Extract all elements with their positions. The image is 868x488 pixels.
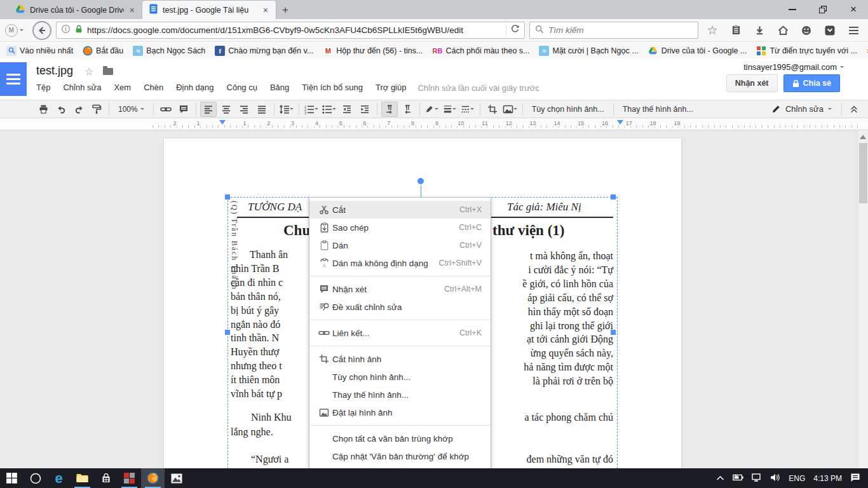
scrollbar-thumb[interactable] — [859, 143, 867, 203]
resize-handle[interactable] — [225, 330, 230, 335]
replace-image-button[interactable]: Thay thế hình ảnh... — [617, 105, 699, 114]
menu-item-paste-without-formatting[interactable]: A Dán mà không định dạng Ctrl+Shift+V — [309, 254, 491, 272]
speaker-icon[interactable] — [770, 473, 780, 484]
crop-image-button[interactable] — [484, 102, 501, 117]
menu-tep[interactable]: Tệp — [30, 79, 57, 96]
restore-icon[interactable] — [816, 4, 830, 15]
tab-test-jpg[interactable]: test.jpg - Google Tài liệu × — [142, 1, 276, 19]
new-tab-button[interactable]: + — [276, 4, 295, 18]
tray-chevron-up-icon[interactable] — [716, 474, 724, 483]
document-title[interactable]: test.jpg — [36, 64, 73, 78]
resize-handle[interactable] — [611, 330, 616, 335]
zoom-control[interactable]: 100% — [113, 102, 149, 117]
bookmark-item[interactable]: fChào mừng bạn đến v... — [215, 46, 313, 56]
firefox-button[interactable] — [141, 468, 165, 488]
redo-button[interactable] — [71, 102, 87, 117]
battery-icon[interactable] — [733, 474, 743, 483]
image-options-button[interactable]: Tùy chọn hình ảnh... — [526, 105, 610, 114]
menu-tro-giup[interactable]: Trợ giúp — [369, 79, 413, 96]
justify-button[interactable] — [254, 102, 270, 117]
line-dash-button[interactable] — [459, 102, 476, 117]
undo-button[interactable] — [53, 102, 69, 117]
line-color-button[interactable] — [424, 102, 440, 117]
resize-handle[interactable] — [611, 194, 616, 200]
pinned-app-button[interactable] — [118, 468, 141, 488]
mode-selector[interactable]: Chỉnh sửa — [765, 104, 838, 114]
lock-icon[interactable] — [74, 24, 83, 36]
bulleted-list-button[interactable] — [321, 102, 337, 117]
bookmark-item[interactable]: MHộp thư đến (56) - tins... — [323, 46, 423, 56]
bookmark-item[interactable]: RBCách phối màu theo s... — [432, 46, 529, 56]
file-explorer-button[interactable] — [71, 468, 94, 488]
action-center-icon[interactable] — [850, 473, 860, 484]
rtl-direction-button[interactable] — [399, 102, 416, 117]
align-center-button[interactable] — [218, 102, 234, 117]
close-icon[interactable]: × — [846, 4, 860, 15]
bookmark-item[interactable]: ≈Mặt cười | Bạch Ngọc ... — [539, 46, 638, 56]
menu-item-reset-image[interactable]: Đặt lại hình ảnh — [309, 403, 491, 421]
resize-handle[interactable] — [225, 194, 230, 200]
pocket-button[interactable] — [820, 22, 839, 39]
left-indent-marker[interactable] — [219, 120, 226, 128]
ltr-direction-button[interactable] — [381, 102, 398, 117]
right-indent-marker[interactable] — [617, 120, 623, 128]
star-icon[interactable]: ☆ — [85, 65, 93, 78]
cortana-button[interactable] — [24, 468, 47, 488]
home-button[interactable] — [773, 22, 792, 39]
minimize-icon[interactable] — [785, 4, 799, 15]
reload-icon[interactable] — [510, 24, 520, 36]
menu-bang[interactable]: Bảng — [264, 79, 295, 96]
menu-item-cut[interactable]: Cắt Ctrl+X — [309, 201, 491, 219]
folder-icon[interactable] — [103, 68, 113, 75]
menu-item-comment[interactable]: Nhận xét Ctrl+Alt+M — [309, 280, 491, 298]
back-button[interactable] — [32, 21, 51, 40]
scroll-up-arrow-icon[interactable] — [860, 132, 866, 139]
language-indicator[interactable]: ENG — [789, 474, 805, 483]
bookmark-item[interactable]: Vào nhiều nhất — [6, 46, 73, 56]
line-weight-button[interactable] — [442, 102, 458, 117]
url-text[interactable]: https://docs.google.com/document/d/151xm… — [87, 25, 502, 35]
info-icon[interactable] — [61, 24, 71, 36]
edge-button[interactable]: e — [47, 468, 71, 488]
mask-image-button[interactable] — [502, 102, 519, 117]
clock[interactable]: 4:13 PM — [813, 474, 842, 483]
start-button[interactable] — [0, 468, 24, 488]
menu-item-link[interactable]: Liên kết... Ctrl+K — [309, 324, 491, 342]
bookmark-item[interactable]: Bắt đầu — [83, 46, 123, 56]
menu-chinh-sua[interactable]: Chỉnh sửa — [57, 79, 107, 96]
menu-item-replace-image[interactable]: Thay thế hình ảnh... — [309, 386, 491, 403]
menu-item-copy[interactable]: Sao chép Ctrl+C — [309, 219, 491, 236]
insert-comment-button[interactable] — [175, 102, 192, 117]
menu-item-image-options[interactable]: Tùy chọn hình ảnh... — [309, 368, 491, 386]
align-right-button[interactable] — [236, 102, 252, 117]
vertical-scrollbar[interactable] — [857, 130, 868, 468]
menu-tien-ich[interactable]: Tiện ích bổ sung — [295, 79, 369, 96]
menu-chen[interactable]: Chèn — [137, 79, 170, 96]
paint-format-button[interactable] — [88, 102, 105, 117]
menu-item-suggest-edits[interactable]: Đề xuất chỉnh sửa — [309, 298, 491, 316]
menu-xem[interactable]: Xem — [107, 79, 137, 96]
emoji-extension-button[interactable] — [797, 22, 816, 39]
address-bar[interactable]: https://docs.google.com/document/d/151xm… — [56, 22, 525, 39]
menu-dinh-dang[interactable]: Định dạng — [170, 79, 220, 96]
last-edit-status[interactable]: Chỉnh sửa lần cuối vài giây trước — [417, 83, 539, 93]
insert-link-button[interactable] — [158, 102, 174, 117]
bookmark-item[interactable]: Từ điển trực tuyến với ... — [756, 46, 857, 56]
tab-close-icon[interactable]: × — [128, 5, 136, 15]
menu-item-paste[interactable]: Dán Ctrl+V — [309, 236, 491, 254]
bookmark-item[interactable]: Drive của tôi - Google ... — [648, 46, 747, 56]
numbered-list-button[interactable]: 123 — [303, 102, 320, 117]
line-spacing-button[interactable] — [278, 102, 295, 117]
decrease-indent-button[interactable] — [339, 102, 355, 117]
bookmark-item[interactable]: ≈Bạch Ngọc Sách — [133, 46, 205, 56]
align-left-button[interactable] — [200, 102, 217, 117]
ruler[interactable]: 2112345678910111213141516171819 — [0, 118, 868, 130]
reading-list-button[interactable] — [726, 22, 745, 39]
search-input[interactable]: Tìm kiếm — [529, 22, 698, 39]
menu-button[interactable] — [844, 22, 863, 39]
store-button[interactable] — [94, 468, 118, 488]
menu-item-update-normal-text[interactable]: Cập nhật 'Văn bản thường' để khớp — [309, 447, 491, 465]
menu-item-crop-image[interactable]: Cắt hình ảnh — [309, 350, 491, 368]
bookmark-star-button[interactable]: ☆ — [703, 22, 722, 39]
account-menu[interactable]: tinsayer1995@gmail.com — [743, 62, 844, 72]
